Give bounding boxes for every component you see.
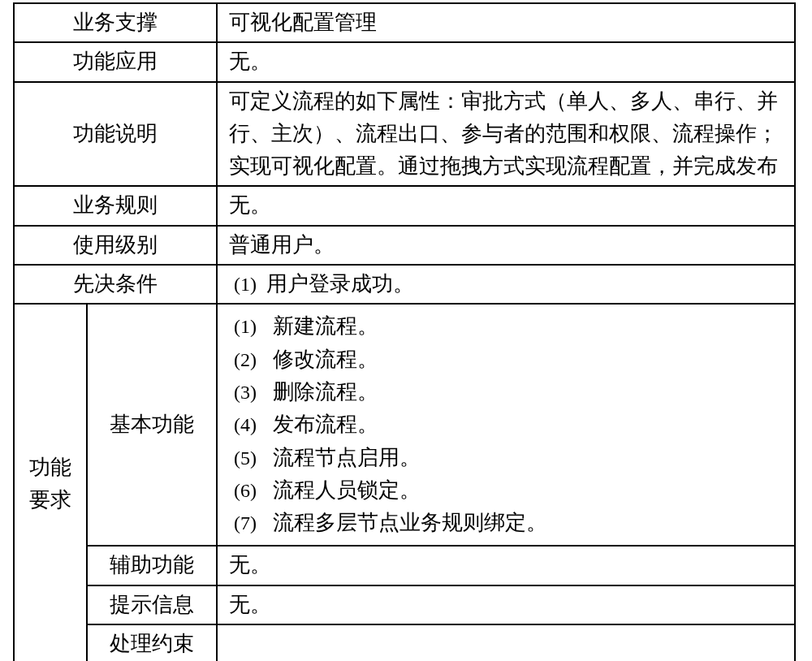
list-item-num: (5) [234, 443, 266, 473]
label-func-req: 功能要求 [14, 304, 87, 661]
list-item-text: 修改流程。 [266, 343, 378, 376]
value-func-app: 无。 [217, 42, 795, 81]
list-item: (4)发布流程。 [234, 408, 786, 441]
list-item-text: 新建流程。 [266, 310, 378, 343]
table-row: 辅助功能 无。 [14, 546, 795, 585]
list-item-num: (3) [234, 378, 266, 408]
table-row: 使用级别 普通用户。 [14, 226, 795, 265]
value-basic-func: (1)新建流程。(2)修改流程。(3)删除流程。(4)发布流程。(5)流程节点启… [217, 304, 795, 546]
value-prereq: (1)用户登录成功。 [217, 265, 795, 304]
list-item-text: 流程人员锁定。 [266, 474, 421, 507]
list-item-text: 流程多层节点业务规则绑定。 [266, 507, 547, 539]
value-aux-func: 无。 [217, 546, 795, 585]
table-row: 提示信息 无。 [14, 585, 795, 624]
label-aux-func: 辅助功能 [87, 546, 217, 585]
prereq-item-num: (1) [229, 274, 266, 295]
table-row: 业务规则 无。 [14, 186, 795, 225]
table-row: 处理约束 [14, 624, 795, 661]
label-basic-func: 基本功能 [87, 304, 217, 546]
list-item-text: 删除流程。 [266, 376, 378, 408]
label-biz-rule: 业务规则 [14, 186, 217, 225]
value-biz-support: 可视化配置管理 [217, 3, 795, 42]
list-item-text: 发布流程。 [266, 408, 378, 441]
table-row: 业务支撑 可视化配置管理 [14, 3, 795, 42]
label-use-level: 使用级别 [14, 226, 217, 265]
list-item: (7)流程多层节点业务规则绑定。 [234, 507, 786, 539]
value-func-desc: 可定义流程的如下属性：审批方式（单人、多人、串行、并行、主次）、流程出口、参与者… [217, 82, 795, 187]
list-item-num: (2) [234, 345, 266, 375]
list-item-num: (1) [234, 312, 266, 342]
value-prompt-info: 无。 [217, 585, 795, 624]
prereq-item-text: 用户登录成功。 [266, 272, 414, 296]
list-item: (2)修改流程。 [234, 343, 786, 376]
label-func-desc: 功能说明 [14, 82, 217, 187]
label-prereq: 先决条件 [14, 265, 217, 304]
list-item: (6)流程人员锁定。 [234, 474, 786, 507]
basic-func-list: (1)新建流程。(2)修改流程。(3)删除流程。(4)发布流程。(5)流程节点启… [229, 310, 786, 539]
list-item-num: (7) [234, 508, 266, 538]
table-row: 功能说明 可定义流程的如下属性：审批方式（单人、多人、串行、并行、主次）、流程出… [14, 82, 795, 187]
value-proc-constr [217, 624, 795, 661]
label-biz-support: 业务支撑 [14, 3, 217, 42]
list-item-text: 流程节点启用。 [266, 442, 421, 474]
list-item: (1)新建流程。 [234, 310, 786, 343]
label-proc-constr: 处理约束 [87, 624, 217, 661]
value-use-level: 普通用户。 [217, 226, 795, 265]
spec-table: 业务支撑 可视化配置管理 功能应用 无。 功能说明 可定义流程的如下属性：审批方… [13, 2, 796, 661]
table-row: 功能应用 无。 [14, 42, 795, 81]
list-item: (5)流程节点启用。 [234, 442, 786, 474]
list-item-num: (6) [234, 476, 266, 506]
table-row: 功能要求 基本功能 (1)新建流程。(2)修改流程。(3)删除流程。(4)发布流… [14, 304, 795, 546]
value-biz-rule: 无。 [217, 186, 795, 225]
label-func-app: 功能应用 [14, 42, 217, 81]
table-row: 先决条件 (1)用户登录成功。 [14, 265, 795, 304]
label-prompt-info: 提示信息 [87, 585, 217, 624]
list-item-num: (4) [234, 410, 266, 440]
list-item: (3)删除流程。 [234, 376, 786, 408]
